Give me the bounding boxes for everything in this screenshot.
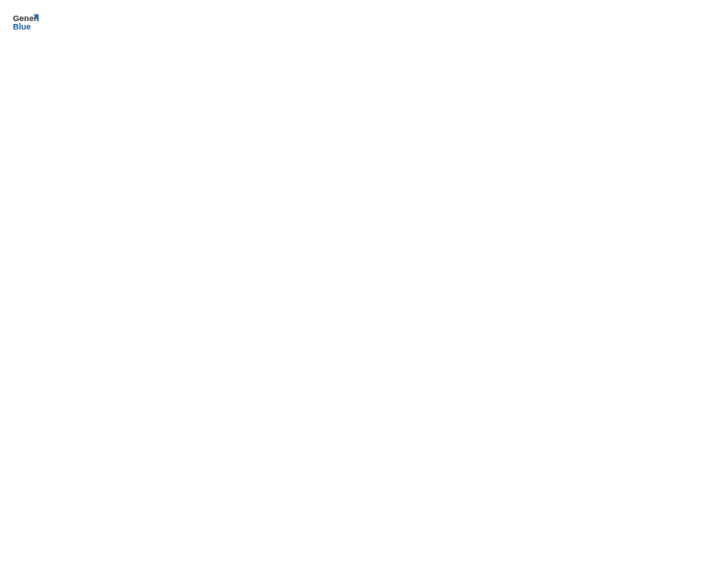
svg-text:Blue: Blue — [13, 22, 31, 31]
logo-icon: General Blue — [13, 9, 39, 35]
logo: General Blue — [13, 9, 39, 35]
page-header: General Blue — [9, 9, 719, 35]
